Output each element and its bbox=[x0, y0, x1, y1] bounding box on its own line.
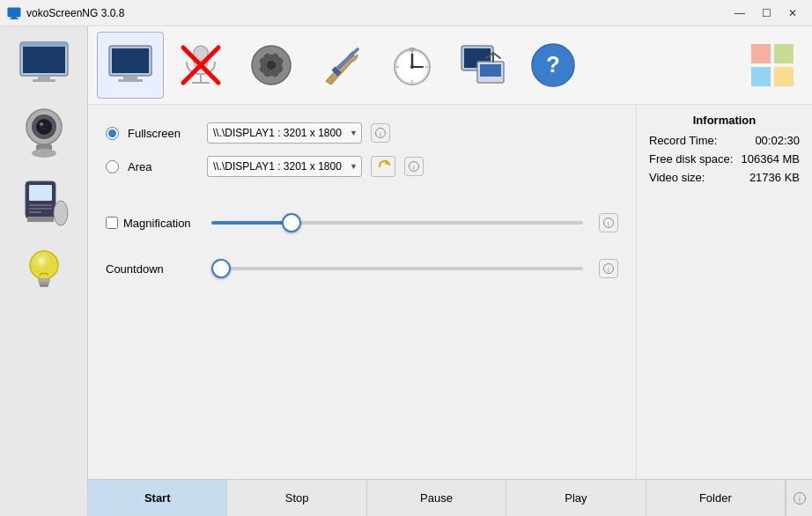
info-icon-2: i bbox=[409, 161, 419, 172]
record-time-label: Record Time: bbox=[649, 134, 717, 147]
countdown-row: Countdown i bbox=[106, 258, 618, 279]
toolbar-video-icon bbox=[248, 42, 294, 88]
pause-button[interactable]: Pause bbox=[367, 480, 506, 516]
fullscreen-display-select[interactable]: \\.\DISPLAY1 : 3201 x 1800 bbox=[207, 122, 362, 144]
toolbar-screen-button[interactable] bbox=[97, 32, 164, 99]
area-select-wrapper: \\.\DISPLAY1 : 3201 x 1800 bbox=[207, 156, 362, 177]
svg-rect-17 bbox=[29, 204, 52, 206]
disk-value: 106364 MB bbox=[742, 152, 801, 166]
svg-point-40 bbox=[268, 76, 275, 83]
slider-section: Magnification i bbox=[106, 212, 618, 279]
svg-rect-1 bbox=[11, 17, 17, 18]
toolbar: ? bbox=[88, 26, 812, 105]
countdown-label: Countdown bbox=[106, 262, 203, 276]
magnification-slider[interactable] bbox=[211, 221, 583, 225]
record-time-value: 00:02:30 bbox=[755, 134, 800, 147]
magnification-slider-container bbox=[211, 212, 583, 233]
toolbar-timer-icon bbox=[389, 42, 435, 88]
fullscreen-radio[interactable] bbox=[106, 127, 119, 140]
stop-button[interactable]: Stop bbox=[227, 480, 366, 516]
sidebar-monitor-icon[interactable] bbox=[9, 33, 79, 95]
toolbar-screen-icon bbox=[107, 44, 153, 86]
app-icon bbox=[7, 6, 21, 20]
content-area: Fullscreen \\.\DISPLAY1 : 3201 x 1800 i bbox=[88, 105, 812, 479]
svg-rect-20 bbox=[27, 217, 54, 222]
close-button[interactable]: ✕ bbox=[780, 4, 805, 22]
svg-rect-65 bbox=[751, 44, 771, 63]
svg-rect-53 bbox=[409, 48, 416, 51]
area-display-select[interactable]: \\.\DISPLAY1 : 3201 x 1800 bbox=[207, 156, 362, 177]
magnification-label[interactable]: Magnification bbox=[123, 217, 191, 230]
fullscreen-select-wrapper: \\.\DISPLAY1 : 3201 x 1800 bbox=[207, 122, 362, 144]
title-bar-controls: — ☐ ✕ bbox=[727, 4, 805, 22]
fullscreen-info-button[interactable]: i bbox=[371, 123, 390, 143]
svg-point-12 bbox=[40, 122, 43, 126]
sidebar-webcam-icon[interactable] bbox=[9, 102, 79, 164]
magnification-info-button[interactable]: i bbox=[599, 213, 618, 232]
title-bar: vokoScreenNG 3.0.8 — ☐ ✕ bbox=[0, 0, 812, 26]
windows-logo bbox=[733, 42, 803, 88]
svg-rect-5 bbox=[38, 76, 50, 79]
record-time-row: Record Time: 00:02:30 bbox=[649, 134, 800, 147]
windows-logo-icon bbox=[749, 42, 795, 88]
toolbar-export-button[interactable] bbox=[449, 32, 516, 99]
svg-point-44 bbox=[278, 72, 285, 79]
toolbar-timer-button[interactable] bbox=[379, 32, 446, 99]
svg-rect-7 bbox=[20, 42, 68, 47]
webcam-svg bbox=[17, 106, 71, 160]
svg-point-46 bbox=[257, 72, 264, 79]
title-bar-text: vokoScreenNG 3.0.8 bbox=[26, 7, 727, 19]
svg-rect-68 bbox=[774, 67, 794, 86]
area-radio[interactable] bbox=[106, 160, 119, 173]
svg-rect-30 bbox=[118, 79, 143, 82]
toolbar-export-icon bbox=[460, 42, 506, 88]
countdown-info-button[interactable]: i bbox=[599, 259, 618, 278]
sidebar-bulb-icon[interactable] bbox=[9, 240, 79, 301]
svg-rect-19 bbox=[29, 211, 41, 213]
bottom-bar: Start Stop Pause Play Folder i bbox=[88, 479, 812, 516]
sidebar bbox=[0, 26, 88, 516]
bottom-info-button[interactable]: i bbox=[786, 480, 812, 516]
svg-rect-0 bbox=[8, 8, 20, 17]
start-button[interactable]: Start bbox=[88, 480, 227, 516]
area-info-button[interactable]: i bbox=[404, 157, 424, 176]
svg-rect-16 bbox=[29, 185, 52, 201]
countdown-slider[interactable] bbox=[211, 267, 583, 270]
video-size-value: 21736 KB bbox=[749, 171, 800, 184]
svg-text:?: ? bbox=[546, 51, 560, 77]
monitor-svg bbox=[17, 41, 71, 89]
play-button[interactable]: Play bbox=[506, 480, 646, 516]
disk-label: Free disk space: bbox=[649, 152, 733, 166]
info-panel: Information Record Time: 00:02:30 Free d… bbox=[636, 105, 812, 479]
restore-icon bbox=[376, 159, 390, 173]
svg-text:i: i bbox=[608, 266, 609, 274]
sidebar-mediaplayer-icon[interactable] bbox=[9, 171, 79, 232]
main-content: Fullscreen \\.\DISPLAY1 : 3201 x 1800 i bbox=[88, 105, 636, 479]
svg-point-39 bbox=[268, 48, 275, 55]
area-label[interactable]: Area bbox=[128, 160, 198, 173]
svg-point-52 bbox=[410, 65, 414, 69]
svg-text:i: i bbox=[608, 220, 609, 228]
toolbar-settings-button[interactable] bbox=[308, 32, 375, 99]
countdown-slider-container bbox=[211, 258, 583, 279]
toolbar-mic-button[interactable] bbox=[167, 32, 234, 99]
toolbar-settings-icon bbox=[319, 42, 365, 88]
folder-button[interactable]: Folder bbox=[646, 480, 786, 516]
svg-point-42 bbox=[282, 62, 289, 69]
svg-rect-18 bbox=[29, 208, 52, 210]
radio-section: Fullscreen \\.\DISPLAY1 : 3201 x 1800 i bbox=[106, 122, 618, 177]
maximize-button[interactable]: ☐ bbox=[754, 4, 779, 22]
svg-point-38 bbox=[267, 61, 276, 70]
minimize-button[interactable]: — bbox=[727, 4, 752, 22]
svg-rect-24 bbox=[38, 278, 50, 282]
svg-text:i: i bbox=[413, 164, 415, 172]
fullscreen-label[interactable]: Fullscreen bbox=[128, 127, 198, 140]
toolbar-help-button[interactable]: ? bbox=[520, 32, 587, 99]
restore-button[interactable] bbox=[371, 156, 395, 177]
video-size-row: Video size: 21736 KB bbox=[649, 171, 800, 184]
toolbar-video-button[interactable] bbox=[238, 32, 305, 99]
magnification-checkbox[interactable] bbox=[106, 217, 118, 229]
bulb-svg bbox=[17, 242, 71, 299]
toolbar-mic-icon bbox=[178, 42, 224, 88]
info-title: Information bbox=[649, 114, 800, 127]
